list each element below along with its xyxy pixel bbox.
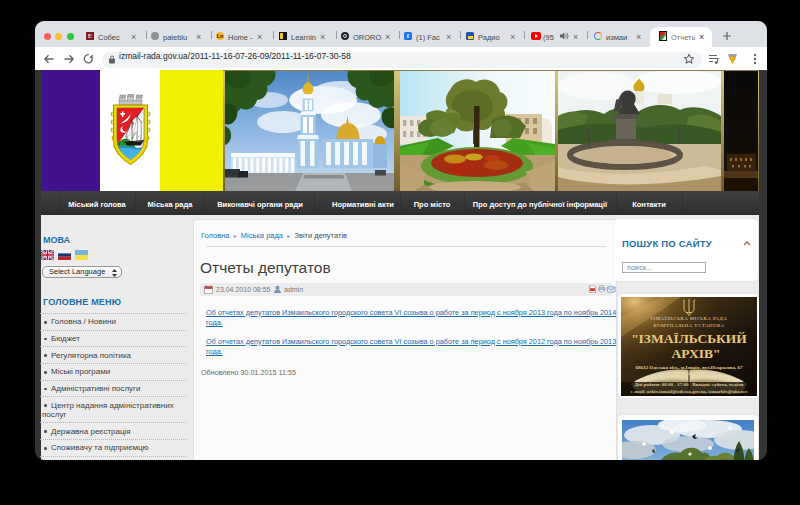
svg-text:тел./факс (04841) 2-10-27: тел./факс (04841) 2-10-27 [661, 371, 717, 376]
svg-text:68612 Одеська обл., м.Ізмаїл,: 68612 Одеська обл., м.Ізмаїл, вул.Некрас… [635, 364, 742, 369]
svg-text:АРХІВ": АРХІВ" [671, 346, 720, 361]
svg-text:ІЗМАЇЛЬСЬКА МІСЬКА РАДА: ІЗМАЇЛЬСЬКА МІСЬКА РАДА [650, 315, 727, 320]
svg-text:Дні роботи: 08.00 - 17.00 Ви: Дні роботи: 08.00 - 17.00 Вихідні: субот… [634, 381, 743, 386]
svg-text:e-mail: arhiv.izmail@odessa.go: e-mail: arhiv.izmail@odessa.gov.ua, izma… [630, 388, 747, 393]
svg-text:КОМУНАЛЬНА УСТАНОВА: КОМУНАЛЬНА УСТАНОВА [653, 322, 724, 327]
svg-text:"ІЗМАЇЛЬСЬКИЙ: "ІЗМАЇЛЬСЬКИЙ [631, 331, 747, 346]
